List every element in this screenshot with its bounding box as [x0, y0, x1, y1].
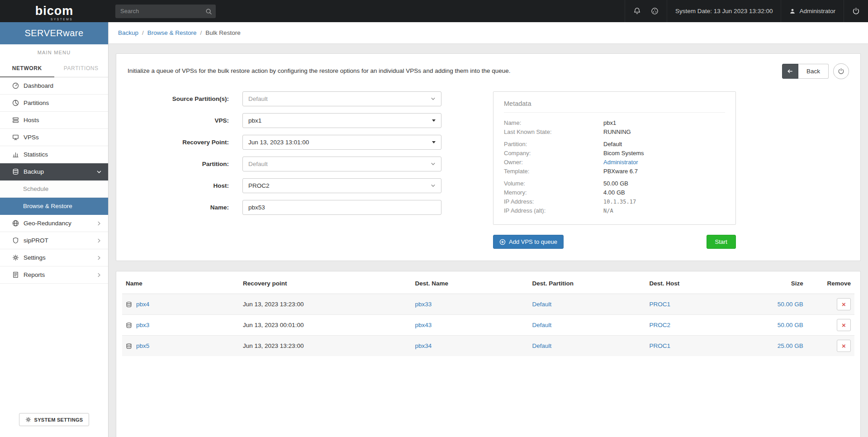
- vps-name-link[interactable]: pbx3: [136, 322, 149, 328]
- sidebar-item-reports[interactable]: Reports: [0, 266, 108, 284]
- user-menu[interactable]: Administrator: [781, 0, 844, 22]
- metadata-value: Default: [603, 140, 622, 149]
- dest-host-link[interactable]: PROC1: [650, 342, 671, 349]
- sidebar-item-backup[interactable]: Backup: [0, 163, 108, 180]
- queue-table-card: NameRecovery pointDest. NameDest. Partit…: [116, 271, 861, 437]
- sidebar-item-dashboard[interactable]: Dashboard: [0, 77, 108, 95]
- reports-icon: [10, 271, 21, 278]
- shield-icon: [10, 237, 21, 244]
- topbar-icons: [625, 0, 667, 22]
- back-button-group: Back: [782, 64, 829, 79]
- dest-partition-link[interactable]: Default: [532, 301, 552, 308]
- select-chevron-icon: [431, 162, 436, 166]
- system-settings-label: SYSTEM SETTINGS: [34, 417, 83, 423]
- dest-name-link[interactable]: pbx43: [415, 322, 432, 328]
- breadcrumb-item-browse-restore[interactable]: Browse & Restore: [147, 29, 197, 36]
- sidebar-item-label: Statistics: [24, 151, 102, 158]
- logo-text: bicom: [35, 4, 74, 18]
- recovery-point-dropdown[interactable]: Jun 13, 2023 13:01:00: [242, 135, 441, 150]
- metadata-value: N/A: [603, 206, 613, 215]
- power-icon[interactable]: [852, 7, 860, 15]
- dest-host-link[interactable]: PROC2: [650, 322, 671, 328]
- dest-name-link[interactable]: pbx34: [415, 342, 432, 349]
- recovery-point-value: Jun 13, 2023 13:23:00: [243, 342, 304, 349]
- chevron-right-icon: [96, 238, 102, 243]
- sidebar-item-partitions[interactable]: Partitions: [0, 95, 108, 112]
- dest-partition-link[interactable]: Default: [532, 322, 552, 328]
- metadata-column: Metadata Name:pbx1Last Known State:RUNNI…: [493, 91, 736, 249]
- vps-name-link[interactable]: pbx5: [136, 342, 149, 349]
- size-link[interactable]: 50.00 GB: [778, 322, 803, 328]
- tab-network[interactable]: NETWORK: [0, 61, 54, 77]
- dest-partition-link[interactable]: Default: [532, 342, 552, 349]
- metadata-label: Company:: [504, 149, 603, 158]
- host-dropdown[interactable]: PROC2: [242, 178, 441, 193]
- sidebar-item-sipprot[interactable]: sipPROT: [0, 232, 108, 249]
- sidebar-item-vpss[interactable]: VPSs: [0, 129, 108, 146]
- name-input[interactable]: [242, 200, 441, 215]
- metadata-row: Name:pbx1: [504, 119, 725, 128]
- card-actions: Back: [782, 63, 849, 79]
- search-box: [115, 5, 216, 18]
- card-top: Initialize a queue of VPSs for the bulk …: [128, 63, 849, 79]
- source-partition-s-dropdown[interactable]: Default: [242, 91, 441, 106]
- gear-icon: [25, 417, 31, 423]
- power-action-button[interactable]: [833, 63, 849, 79]
- start-button[interactable]: Start: [707, 235, 736, 249]
- sidebar-item-geo-redundancy[interactable]: Geo-Redundancy: [0, 215, 108, 232]
- metadata-value[interactable]: Administrator: [603, 158, 638, 167]
- select-chevron-icon: [431, 96, 436, 101]
- breadcrumb-item-backup[interactable]: Backup: [118, 29, 138, 36]
- breadcrumb-separator: /: [200, 29, 202, 36]
- form-row: Host:PROC2: [128, 178, 455, 193]
- support-icon[interactable]: [651, 7, 659, 15]
- system-settings-button[interactable]: SYSTEM SETTINGS: [19, 413, 90, 426]
- remove-x-icon: ×: [842, 342, 846, 349]
- vpss-icon: [10, 134, 21, 141]
- breadcrumb-item-bulk-restore: Bulk Restore: [205, 29, 240, 36]
- search-icon: [205, 8, 212, 15]
- size-link[interactable]: 25.00 GB: [778, 342, 803, 349]
- search-input[interactable]: [115, 5, 216, 18]
- metadata-label: Name:: [504, 119, 603, 128]
- queue-table: NameRecovery pointDest. NameDest. Partit…: [122, 272, 854, 356]
- logo-area: bicom SYSTEMS: [0, 5, 109, 17]
- selected-value: PROC2: [248, 182, 431, 189]
- remove-button[interactable]: ×: [837, 340, 851, 352]
- tab-partitions[interactable]: PARTITIONS: [54, 61, 109, 77]
- sidebar-tabs: NETWORK PARTITIONS: [0, 61, 108, 77]
- sidebar-item-schedule[interactable]: Schedule: [0, 180, 108, 198]
- remove-button[interactable]: ×: [837, 319, 851, 331]
- notifications-bell-icon[interactable]: [633, 7, 641, 15]
- size-link[interactable]: 50.00 GB: [778, 301, 803, 308]
- partition-dropdown[interactable]: Default: [242, 157, 441, 171]
- metadata-row: IP Address (alt):N/A: [504, 206, 725, 215]
- main-menu-label: MAIN MENU: [0, 44, 108, 61]
- sidebar-item-browse-restore[interactable]: Browse & Restore: [0, 198, 108, 215]
- selected-value: Jun 13, 2023 13:01:00: [248, 139, 432, 146]
- sidebar-item-statistics[interactable]: Statistics: [0, 146, 108, 163]
- back-arrow-button[interactable]: [782, 64, 798, 79]
- queue-actions: Add VPS to queue Start: [493, 235, 736, 249]
- sidebar-item-settings[interactable]: Settings: [0, 249, 108, 266]
- server-icon: [126, 301, 132, 308]
- metadata-label: Owner:: [504, 158, 603, 167]
- dest-host-link[interactable]: PROC1: [650, 301, 671, 308]
- dest-name-link[interactable]: pbx33: [415, 301, 432, 308]
- back-button[interactable]: Back: [798, 64, 829, 79]
- vps-name-link[interactable]: pbx4: [136, 301, 149, 308]
- column-header-remove: Remove: [807, 272, 854, 294]
- restore-form: Source Partition(s):DefaultVPS:pbx1Recov…: [128, 91, 455, 249]
- sidebar-nav: DashboardPartitionsHostsVPSsStatisticsBa…: [0, 77, 108, 284]
- logo-subtext: SYSTEMS: [51, 18, 73, 21]
- vps-dropdown[interactable]: pbx1: [242, 113, 441, 128]
- sidebar-item-hosts[interactable]: Hosts: [0, 112, 108, 129]
- user-name: Administrator: [799, 8, 835, 14]
- sidebar: SERVERware MAIN MENU NETWORK PARTITIONS …: [0, 22, 109, 437]
- add-vps-to-queue-button[interactable]: Add VPS to queue: [493, 235, 564, 249]
- vps-label: VPS:: [128, 117, 242, 124]
- column-header-dest-host: Dest. Host: [646, 272, 734, 294]
- power-icon: [838, 68, 844, 75]
- sidebar-item-label: Backup: [24, 168, 96, 175]
- remove-button[interactable]: ×: [837, 298, 851, 310]
